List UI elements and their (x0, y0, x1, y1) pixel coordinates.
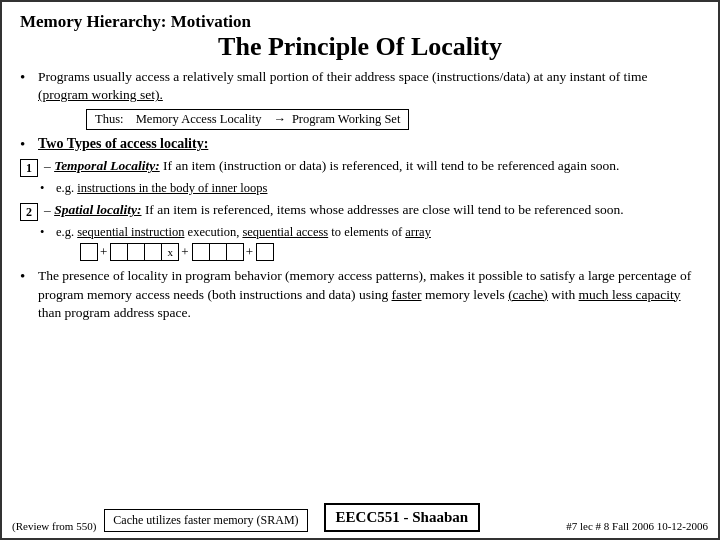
sub-dot-2: • (40, 225, 56, 240)
array-plus-2: + (246, 244, 253, 260)
seq-inst: sequential instruction (77, 225, 184, 239)
eecc-label: EECC551 - Shaaban (336, 509, 469, 525)
cache-box: Cache utilizes faster memory (SRAM) (104, 509, 307, 532)
cache-label: Cache utilizes faster memory (SRAM) (113, 513, 298, 527)
temporal-sub-text: e.g. instructions in the body of inner l… (56, 181, 267, 196)
array-cell-0 (80, 243, 98, 261)
bullet-locality: • The presence of locality in program be… (20, 267, 700, 322)
array-cell-8 (256, 243, 274, 261)
thus-right: Program Working Set (292, 112, 400, 127)
eecc-box: EECC551 - Shaaban (324, 503, 481, 532)
seq-access: sequential access (242, 225, 328, 239)
working-set-text: (program working set). (38, 87, 163, 102)
thus-arrow: → (273, 112, 286, 127)
temporal-sub-underline: instructions in the body of inner loops (77, 181, 267, 195)
two-types-label: Two Types of access locality: (38, 135, 700, 154)
slide: Memory Hierarchy: Motivation The Princip… (0, 0, 720, 540)
spatial-title: Spatial locality: (54, 202, 141, 217)
bullet-dot-3: • (20, 268, 38, 285)
array-cell-1 (110, 243, 128, 261)
slide-header: Memory Hierarchy: Motivation The Princip… (20, 12, 700, 62)
cache-text: (cache) (508, 287, 548, 302)
temporal-sub: • e.g. instructions in the body of inner… (40, 181, 700, 196)
faster-text: faster (392, 287, 422, 302)
bullet-programs: • Programs usually access a relatively s… (20, 68, 700, 104)
thus-box: Thus: Memory Access Locality → Program W… (86, 109, 409, 130)
array-plus-1: + (181, 244, 188, 260)
array-plus-0: + (100, 244, 107, 260)
sub-dot-1: • (40, 181, 56, 196)
thus-label: Thus: (95, 112, 123, 127)
array-label: array (405, 225, 431, 239)
thus-middle: Memory Access Locality (129, 112, 261, 127)
array-cell-5 (192, 243, 210, 261)
num-box-1: 1 (20, 159, 38, 177)
array-diagram: + x + + (80, 243, 700, 261)
slide-info: #7 lec # 8 Fall 2006 10-12-2006 (566, 520, 708, 532)
review-label: (Review from 550) (12, 520, 96, 532)
spatial-sub: • e.g. sequential instruction execution,… (40, 225, 700, 240)
spatial-text: – Spatial locality: If an item is refere… (44, 201, 700, 219)
bullet-dot-1: • (20, 69, 38, 86)
spatial-sub-text: e.g. sequential instruction execution, s… (56, 225, 431, 240)
array-cell-7 (226, 243, 244, 261)
title-main: The Principle Of Locality (20, 32, 700, 62)
array-cell-3 (144, 243, 162, 261)
bottom-bullet-text: The presence of locality in program beha… (38, 267, 700, 322)
title-top: Memory Hierarchy: Motivation (20, 12, 700, 32)
array-cell-6 (209, 243, 227, 261)
bullet-text-1: Programs usually access a relatively sma… (38, 68, 700, 104)
footer: (Review from 550) Cache utilizes faster … (2, 503, 718, 532)
temporal-item: 1 – Temporal Locality: If an item (instr… (20, 157, 700, 177)
less-capacity-text: much less capacity (579, 287, 681, 302)
temporal-title: Temporal Locality: (54, 158, 160, 173)
bullet-dot-2: • (20, 136, 38, 153)
bullet-two-types: • Two Types of access locality: (20, 135, 700, 154)
array-cell-2 (127, 243, 145, 261)
array-cell-4: x (161, 243, 179, 261)
temporal-text: – Temporal Locality: If an item (instruc… (44, 157, 700, 175)
spatial-item: 2 – Spatial locality: If an item is refe… (20, 201, 700, 221)
num-box-2: 2 (20, 203, 38, 221)
